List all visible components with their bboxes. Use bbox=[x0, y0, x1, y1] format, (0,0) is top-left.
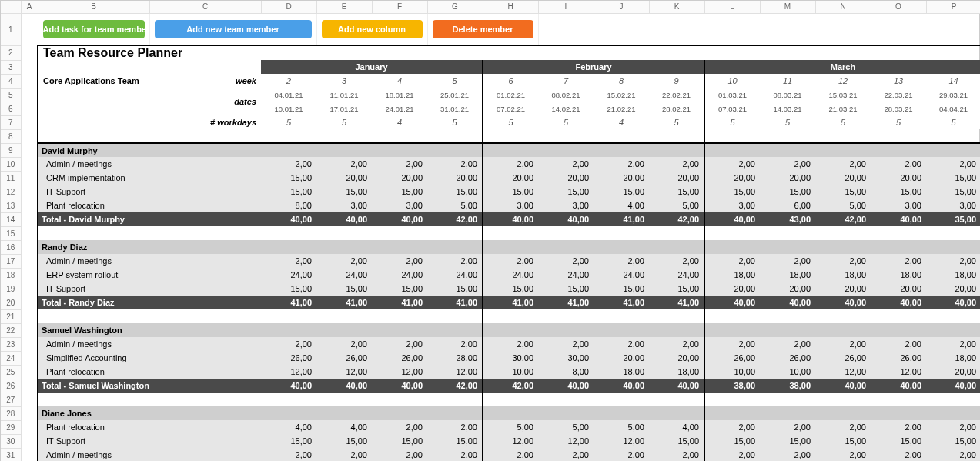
value-cell[interactable]: 20,00 bbox=[815, 282, 871, 296]
value-cell[interactable]: 12,00 bbox=[316, 365, 372, 379]
value-cell[interactable]: 40,00 bbox=[815, 379, 871, 393]
value-cell[interactable]: 15,00 bbox=[649, 185, 704, 199]
value-cell[interactable]: 5,00 bbox=[538, 420, 594, 434]
value-cell[interactable]: 12,00 bbox=[372, 365, 427, 379]
value-cell[interactable]: 20,00 bbox=[871, 171, 926, 185]
value-cell[interactable]: 15,00 bbox=[427, 282, 483, 296]
value-cell[interactable]: 42,00 bbox=[815, 212, 871, 226]
value-cell[interactable]: 2,00 bbox=[871, 420, 926, 434]
task-name[interactable]: Admin / meetings bbox=[38, 254, 261, 268]
value-cell[interactable]: 18,00 bbox=[760, 268, 815, 282]
value-cell[interactable]: 2,00 bbox=[760, 420, 815, 434]
value-cell[interactable]: 2,00 bbox=[427, 337, 483, 351]
value-cell[interactable]: 15,00 bbox=[871, 185, 926, 199]
value-cell[interactable]: 15,00 bbox=[815, 185, 871, 199]
value-cell[interactable]: 5,00 bbox=[483, 420, 538, 434]
value-cell[interactable]: 20,00 bbox=[704, 282, 760, 296]
value-cell[interactable]: 2,00 bbox=[316, 448, 372, 461]
value-cell[interactable]: 26,00 bbox=[704, 351, 760, 365]
value-cell[interactable]: 40,00 bbox=[372, 379, 427, 393]
value-cell[interactable]: 24,00 bbox=[594, 268, 649, 282]
value-cell[interactable]: 15,00 bbox=[926, 434, 980, 448]
value-cell[interactable]: 15,00 bbox=[372, 434, 427, 448]
value-cell[interactable]: 41,00 bbox=[372, 296, 427, 309]
value-cell[interactable]: 20,00 bbox=[372, 171, 427, 185]
value-cell[interactable]: 4,00 bbox=[649, 420, 704, 434]
task-name[interactable]: Admin / meetings bbox=[38, 448, 261, 461]
value-cell[interactable]: 40,00 bbox=[926, 296, 980, 309]
value-cell[interactable]: 2,00 bbox=[815, 448, 871, 461]
value-cell[interactable]: 40,00 bbox=[538, 212, 594, 226]
value-cell[interactable]: 2,00 bbox=[316, 337, 372, 351]
value-cell[interactable]: 15,00 bbox=[316, 185, 372, 199]
value-cell[interactable]: 41,00 bbox=[483, 296, 538, 309]
value-cell[interactable]: 2,00 bbox=[427, 448, 483, 461]
value-cell[interactable]: 2,00 bbox=[760, 448, 815, 461]
value-cell[interactable]: 26,00 bbox=[261, 351, 316, 365]
value-cell[interactable]: 40,00 bbox=[815, 296, 871, 309]
value-cell[interactable]: 30,00 bbox=[483, 351, 538, 365]
value-cell[interactable]: 2,00 bbox=[594, 157, 649, 171]
value-cell[interactable]: 20,00 bbox=[649, 351, 704, 365]
value-cell[interactable]: 2,00 bbox=[316, 157, 372, 171]
value-cell[interactable]: 15,00 bbox=[427, 434, 483, 448]
value-cell[interactable]: 20,00 bbox=[871, 282, 926, 296]
add-task-button[interactable]: Add task for team member bbox=[43, 20, 145, 38]
value-cell[interactable]: 26,00 bbox=[815, 351, 871, 365]
value-cell[interactable]: 2,00 bbox=[261, 157, 316, 171]
value-cell[interactable]: 2,00 bbox=[538, 254, 594, 268]
value-cell[interactable]: 15,00 bbox=[704, 185, 760, 199]
value-cell[interactable]: 12,00 bbox=[483, 434, 538, 448]
value-cell[interactable]: 40,00 bbox=[261, 379, 316, 393]
value-cell[interactable]: 40,00 bbox=[261, 212, 316, 226]
value-cell[interactable]: 40,00 bbox=[704, 296, 760, 309]
add-member-button[interactable]: Add new team member bbox=[155, 20, 312, 38]
value-cell[interactable]: 41,00 bbox=[427, 296, 483, 309]
value-cell[interactable]: 2,00 bbox=[704, 448, 760, 461]
value-cell[interactable]: 2,00 bbox=[926, 448, 980, 461]
value-cell[interactable]: 2,00 bbox=[483, 157, 538, 171]
task-name[interactable]: Plant relocation bbox=[38, 365, 261, 379]
value-cell[interactable]: 2,00 bbox=[261, 337, 316, 351]
value-cell[interactable]: 2,00 bbox=[261, 448, 316, 461]
value-cell[interactable]: 18,00 bbox=[704, 268, 760, 282]
value-cell[interactable]: 2,00 bbox=[483, 448, 538, 461]
value-cell[interactable]: 40,00 bbox=[760, 296, 815, 309]
value-cell[interactable]: 40,00 bbox=[871, 379, 926, 393]
task-name[interactable]: ERP system rollout bbox=[38, 268, 261, 282]
value-cell[interactable]: 42,00 bbox=[483, 379, 538, 393]
value-cell[interactable]: 40,00 bbox=[372, 212, 427, 226]
value-cell[interactable]: 15,00 bbox=[316, 282, 372, 296]
value-cell[interactable]: 3,00 bbox=[372, 199, 427, 212]
value-cell[interactable]: 24,00 bbox=[261, 268, 316, 282]
value-cell[interactable]: 2,00 bbox=[594, 254, 649, 268]
value-cell[interactable]: 2,00 bbox=[538, 157, 594, 171]
value-cell[interactable]: 42,00 bbox=[427, 212, 483, 226]
value-cell[interactable]: 15,00 bbox=[483, 185, 538, 199]
task-name[interactable]: IT Support bbox=[38, 282, 261, 296]
value-cell[interactable]: 2,00 bbox=[926, 254, 980, 268]
value-cell[interactable]: 40,00 bbox=[316, 212, 372, 226]
value-cell[interactable]: 20,00 bbox=[594, 351, 649, 365]
value-cell[interactable]: 3,00 bbox=[316, 199, 372, 212]
value-cell[interactable]: 2,00 bbox=[815, 157, 871, 171]
value-cell[interactable]: 40,00 bbox=[704, 212, 760, 226]
value-cell[interactable]: 18,00 bbox=[871, 268, 926, 282]
value-cell[interactable]: 3,00 bbox=[538, 199, 594, 212]
value-cell[interactable]: 2,00 bbox=[926, 420, 980, 434]
delete-member-button[interactable]: Delete member bbox=[433, 20, 533, 38]
value-cell[interactable]: 2,00 bbox=[815, 254, 871, 268]
value-cell[interactable]: 42,00 bbox=[427, 379, 483, 393]
task-name[interactable]: IT Support bbox=[38, 185, 261, 199]
value-cell[interactable]: 3,00 bbox=[704, 199, 760, 212]
value-cell[interactable]: 4,00 bbox=[594, 199, 649, 212]
value-cell[interactable]: 15,00 bbox=[316, 434, 372, 448]
add-column-button[interactable]: Add new column bbox=[322, 20, 423, 38]
value-cell[interactable]: 15,00 bbox=[926, 171, 980, 185]
value-cell[interactable]: 10,00 bbox=[483, 365, 538, 379]
value-cell[interactable]: 2,00 bbox=[594, 337, 649, 351]
value-cell[interactable]: 15,00 bbox=[760, 434, 815, 448]
value-cell[interactable]: 40,00 bbox=[594, 379, 649, 393]
value-cell[interactable]: 20,00 bbox=[316, 171, 372, 185]
value-cell[interactable]: 5,00 bbox=[815, 199, 871, 212]
